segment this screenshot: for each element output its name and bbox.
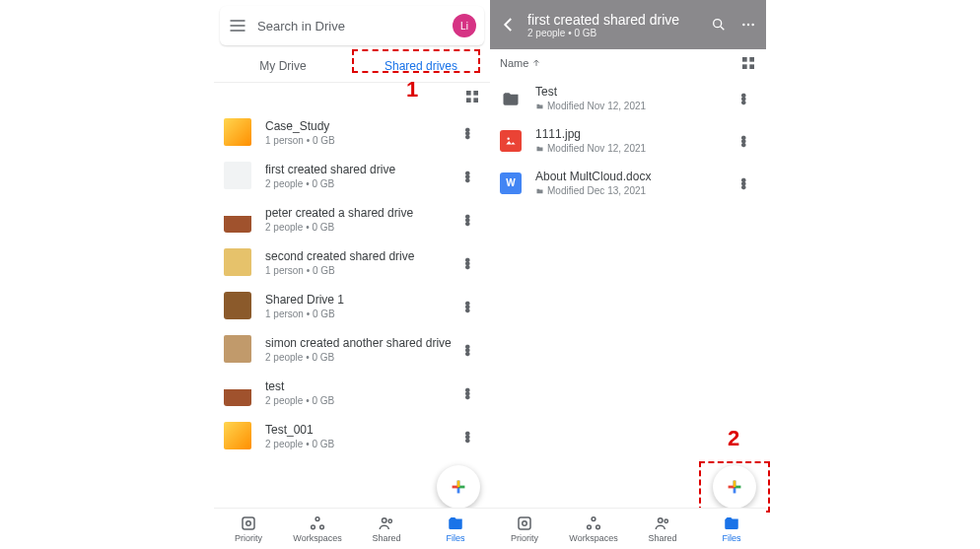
svg-point-21 xyxy=(523,521,527,526)
drive-subtitle: 1 person • 0 GB xyxy=(265,135,464,146)
shared-drive-row[interactable]: simon created another shared drive 2 peo… xyxy=(214,327,490,371)
fab-new-left[interactable] xyxy=(437,465,480,509)
svg-rect-10 xyxy=(742,64,747,69)
svg-point-6 xyxy=(747,24,749,26)
shared-drive-row[interactable]: peter created a shared drive 2 people • … xyxy=(214,197,490,240)
annotation-highlight-1 xyxy=(352,49,480,73)
svg-point-18 xyxy=(383,518,387,523)
bottom-nav-right: Priority Workspaces Shared Files xyxy=(490,508,766,549)
more-icon[interactable]: ••• xyxy=(464,301,480,311)
svg-rect-9 xyxy=(749,57,754,62)
file-title: Test xyxy=(535,85,646,99)
svg-rect-0 xyxy=(466,91,471,96)
drive-title: test xyxy=(265,379,464,393)
drive-thumb xyxy=(224,422,251,449)
drive-subtitle: 2 people • 0 GB xyxy=(265,352,464,363)
grid-view-icon[interactable] xyxy=(464,89,480,104)
nav-files[interactable]: Files xyxy=(421,509,490,549)
shared-drive-row[interactable]: second created shared drive 1 person • 0… xyxy=(214,240,490,284)
svg-point-24 xyxy=(596,525,600,529)
more-icon[interactable] xyxy=(740,17,756,33)
drive-subtitle: 2 people • 0 GB xyxy=(265,395,464,406)
header-subtitle: 2 people • 0 GB xyxy=(527,28,679,38)
file-subtitle: Modified Dec 13, 2021 xyxy=(535,185,651,196)
more-icon[interactable]: ••• xyxy=(464,387,480,398)
more-icon[interactable]: ••• xyxy=(464,214,480,225)
svg-point-14 xyxy=(246,521,251,526)
file-row[interactable]: W About MultCloud.docx Modified Dec 13, … xyxy=(490,162,766,204)
nav-shared[interactable]: Shared xyxy=(628,509,697,549)
drive-subtitle: 1 person • 0 GB xyxy=(265,309,464,319)
annotation-2: 2 xyxy=(728,426,739,451)
shared-drive-row[interactable]: Case_Study 1 person • 0 GB ••• xyxy=(214,110,490,154)
shared-drives-list: Case_Study 1 person • 0 GB ••• first cre… xyxy=(214,110,490,521)
shared-drive-row[interactable]: Test_001 2 people • 0 GB ••• xyxy=(214,414,490,457)
more-icon[interactable]: ••• xyxy=(740,93,756,103)
drive-subtitle: 2 people • 0 GB xyxy=(265,439,464,449)
svg-point-5 xyxy=(742,24,744,26)
menu-icon[interactable] xyxy=(228,16,247,35)
svg-point-26 xyxy=(665,519,667,522)
shared-drive-row[interactable]: test 2 people • 0 GB ••• xyxy=(214,371,490,414)
grid-view-icon[interactable] xyxy=(740,55,756,71)
nav-priority[interactable]: Priority xyxy=(490,509,559,549)
file-subtitle: Modified Nov 12, 2021 xyxy=(535,143,646,154)
drive-title: first created shared drive xyxy=(265,163,464,176)
header-title: first created shared drive xyxy=(527,12,679,28)
annotation-highlight-2 xyxy=(699,461,770,513)
annotation-1: 1 xyxy=(406,77,418,103)
svg-rect-11 xyxy=(749,64,754,69)
svg-point-4 xyxy=(714,20,722,28)
drive-title: Shared Drive 1 xyxy=(265,293,464,307)
nav-workspaces[interactable]: Workspaces xyxy=(283,509,352,549)
drive-subtitle: 1 person • 0 GB xyxy=(265,265,464,276)
svg-point-12 xyxy=(508,137,510,139)
drive-thumb xyxy=(224,292,251,319)
svg-point-7 xyxy=(751,24,753,26)
svg-rect-13 xyxy=(243,517,254,529)
svg-rect-1 xyxy=(473,91,478,96)
search-icon[interactable] xyxy=(711,17,727,33)
more-icon[interactable]: ••• xyxy=(464,344,480,355)
tab-my-drive[interactable]: My Drive xyxy=(214,49,352,82)
more-icon[interactable]: ••• xyxy=(740,135,756,146)
drive-title: second created shared drive xyxy=(265,249,464,263)
more-icon[interactable]: ••• xyxy=(464,257,480,268)
svg-rect-3 xyxy=(473,98,478,103)
drive-thumb xyxy=(224,162,251,189)
svg-rect-20 xyxy=(519,517,530,529)
nav-shared[interactable]: Shared xyxy=(352,509,421,549)
drive-thumb xyxy=(224,248,251,276)
more-icon[interactable]: ••• xyxy=(464,431,480,442)
drive-thumb xyxy=(224,118,251,146)
drive-subtitle: 2 people • 0 GB xyxy=(265,222,464,233)
detail-header: first created shared drive 2 people • 0 … xyxy=(490,0,766,49)
drive-thumb xyxy=(224,378,251,406)
sort-row[interactable]: Name xyxy=(490,49,766,77)
avatar[interactable]: Li xyxy=(453,14,476,37)
back-icon[interactable] xyxy=(500,16,518,34)
svg-point-23 xyxy=(588,525,592,529)
drive-thumb xyxy=(224,205,251,233)
nav-priority[interactable]: Priority xyxy=(214,509,283,549)
svg-point-22 xyxy=(592,517,595,521)
nav-files[interactable]: Files xyxy=(697,509,766,549)
img-icon xyxy=(500,130,522,152)
search-bar[interactable]: Search in Drive Li xyxy=(220,6,484,45)
drive-title: simon created another shared drive xyxy=(265,336,464,350)
svg-point-25 xyxy=(659,518,664,523)
folder-icon xyxy=(500,88,522,109)
arrow-up-icon xyxy=(531,58,541,68)
file-row[interactable]: Test Modified Nov 12, 2021 ••• xyxy=(490,77,766,119)
more-icon[interactable]: ••• xyxy=(740,177,756,188)
svg-rect-8 xyxy=(742,57,747,62)
svg-point-19 xyxy=(388,519,391,522)
doc-icon: W xyxy=(500,172,522,194)
file-row[interactable]: 1111.jpg Modified Nov 12, 2021 ••• xyxy=(490,119,766,162)
bottom-nav-left: Priority Workspaces Shared Files xyxy=(214,508,490,549)
more-icon[interactable]: ••• xyxy=(464,171,480,181)
shared-drive-row[interactable]: Shared Drive 1 1 person • 0 GB ••• xyxy=(214,284,490,327)
shared-drive-row[interactable]: first created shared drive 2 people • 0 … xyxy=(214,154,490,197)
more-icon[interactable]: ••• xyxy=(464,127,480,138)
nav-workspaces[interactable]: Workspaces xyxy=(559,509,628,549)
